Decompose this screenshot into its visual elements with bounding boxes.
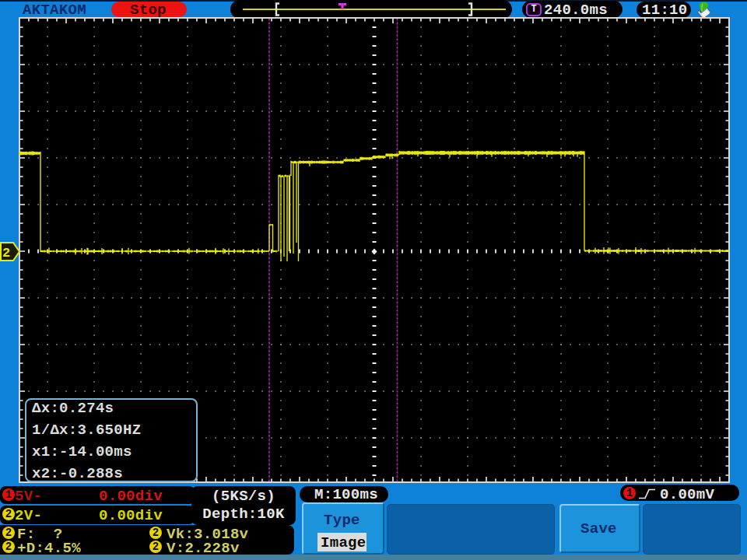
svg-text:2: 2 bbox=[2, 246, 10, 261]
